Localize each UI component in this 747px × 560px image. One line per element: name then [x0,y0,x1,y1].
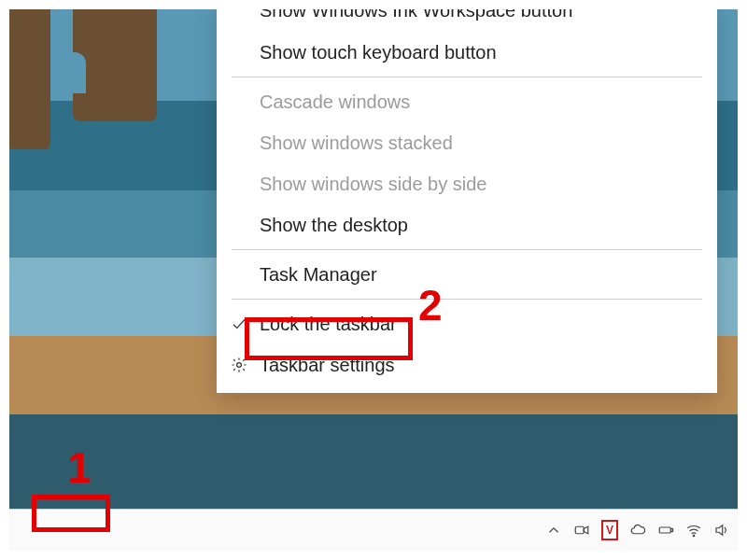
menu-item-label: Show Windows Ink Workspace button [260,0,572,21]
battery-icon[interactable] [657,522,674,539]
menu-item-label: Cascade windows [260,91,410,113]
menu-separator [232,249,702,250]
wallpaper-arch [62,52,86,93]
volume-icon[interactable] [713,522,730,539]
menu-show-touch-keyboard[interactable]: Show touch keyboard button [217,32,717,73]
svg-point-0 [237,363,242,368]
menu-side-by-side: Show windows side by side [217,163,717,204]
annotation-box-1 [32,495,110,532]
menu-stack-windows: Show windows stacked [217,122,717,163]
menu-item-label: Show touch keyboard button [260,42,497,63]
menu-item-label: Show the desktop [260,215,408,236]
menu-cascade-windows: Cascade windows [217,81,717,122]
svg-marker-2 [584,526,588,534]
system-tray: V [545,510,732,551]
svg-marker-6 [716,525,723,536]
annotation-number-2: 2 [418,284,443,327]
svg-rect-3 [659,527,670,533]
tray-overflow-icon[interactable] [545,522,562,539]
menu-separator [232,299,702,300]
v-app-letter: V [601,520,618,540]
menu-separator [232,77,702,77]
svg-point-5 [693,535,695,537]
menu-item-label: Task Manager [260,264,377,286]
taskbar[interactable]: V [9,509,738,551]
svg-rect-4 [671,529,673,532]
wifi-icon[interactable] [685,522,702,539]
svg-rect-1 [575,526,584,534]
menu-item-label: Show windows side by side [260,174,486,195]
annotation-box-2 [245,317,413,360]
v-app-icon[interactable]: V [601,522,618,539]
menu-task-manager[interactable]: Task Manager [217,254,717,295]
onedrive-icon[interactable] [629,522,646,539]
wallpaper-rock [7,0,50,149]
annotation-number-1: 1 [67,446,92,489]
menu-show-desktop[interactable]: Show the desktop [217,204,717,245]
menu-show-ink-workspace[interactable]: Show Windows Ink Workspace button [217,0,717,32]
video-chat-icon[interactable] [573,522,590,539]
menu-item-label: Show windows stacked [260,133,453,154]
